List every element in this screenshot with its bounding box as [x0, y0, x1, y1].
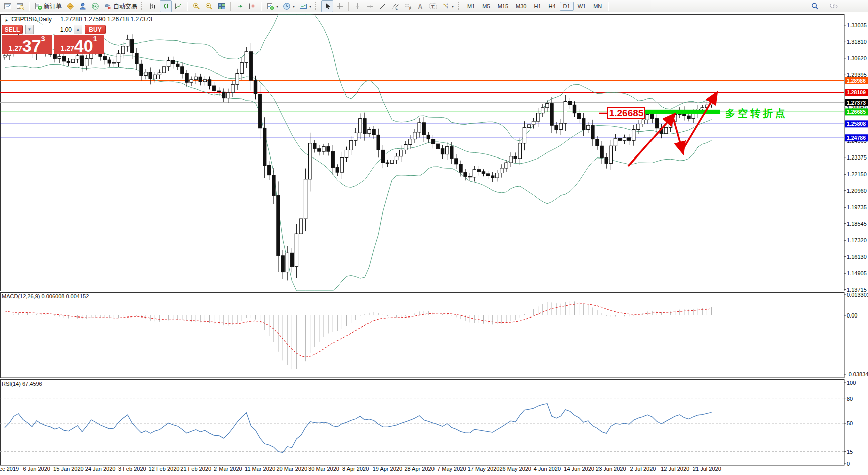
crosshair-button[interactable]: [334, 0, 346, 12]
svg-text:F: F: [409, 7, 411, 10]
signals-button[interactable]: [89, 0, 101, 12]
chevron-down-icon[interactable]: ▾: [309, 4, 311, 9]
svg-text:1.30620: 1.30620: [847, 55, 867, 61]
chart-shift-button[interactable]: [246, 0, 258, 12]
date-axis-label: 15 Jan 2020: [53, 466, 84, 472]
timeframe-mn-button[interactable]: MN: [590, 2, 605, 11]
buy-price-point: 1: [93, 35, 97, 42]
chart-shift-icon: [248, 2, 256, 10]
bar-chart-button[interactable]: [147, 0, 159, 12]
channel-button[interactable]: E: [389, 0, 401, 12]
price-axis-tag: 1.27373: [845, 99, 868, 106]
fibonacci-icon: F: [404, 2, 412, 10]
svg-text:1.28986: 1.28986: [847, 78, 866, 84]
support-zone-bar[interactable]: [645, 110, 720, 114]
zoom-out-button[interactable]: [203, 0, 215, 12]
buy-price-pips: 40: [74, 39, 93, 53]
price-axis-tag: 1.28986: [845, 77, 868, 84]
zoom-out-icon: [205, 2, 213, 10]
svg-text:-0.038343: -0.038343: [847, 371, 868, 377]
vline-button[interactable]: [352, 0, 364, 12]
profiles-button[interactable]: [14, 0, 26, 12]
sell-price-pips: 37: [22, 39, 41, 53]
label-button[interactable]: T: [427, 0, 439, 12]
toolbar-grip: [141, 2, 144, 10]
autotrading-button[interactable]: 自动交易: [102, 0, 139, 12]
timeframe-m5-button[interactable]: M5: [479, 2, 493, 11]
date-axis-label: 21 Jul 2020: [693, 466, 721, 472]
trend-arrow[interactable]: [682, 95, 715, 150]
svg-text:1.20960: 1.20960: [847, 188, 867, 194]
hline-button[interactable]: [364, 0, 376, 12]
sell-button[interactable]: SELL: [2, 25, 23, 34]
buy-price-panel[interactable]: 1.27 40 1: [54, 35, 104, 54]
line-chart-button[interactable]: [172, 0, 184, 12]
date-axis-label: 2 Jul 2020: [630, 466, 656, 472]
periods-button[interactable]: ▾: [281, 0, 297, 12]
timeframe-m15-button[interactable]: M15: [494, 2, 512, 11]
date-axis-label: 24 Jan 2020: [85, 466, 116, 472]
timeframe-h1-button[interactable]: H1: [530, 2, 544, 11]
svg-text:80: 80: [847, 396, 853, 402]
trendline-button[interactable]: [377, 0, 389, 12]
svg-text:1.28109: 1.28109: [847, 89, 866, 95]
templates-icon: [299, 2, 307, 10]
volume-input[interactable]: [34, 25, 74, 34]
price-axis-tag: 1.24786: [845, 134, 868, 141]
svg-text:1.27373: 1.27373: [847, 100, 866, 106]
timeframe-w1-button[interactable]: W1: [574, 2, 590, 11]
search-icon: [811, 2, 819, 10]
tile-windows-button[interactable]: [215, 0, 228, 12]
chevron-down-icon[interactable]: ▾: [293, 4, 295, 9]
new-chart-button[interactable]: [2, 0, 14, 12]
timeframe-m30-button[interactable]: M30: [512, 2, 530, 11]
sell-price-panel[interactable]: 1.27 37 3: [2, 35, 52, 54]
price-axis-tag: 1.25808: [845, 120, 868, 127]
buy-price-base: 1.27: [61, 45, 74, 52]
chevron-down-icon[interactable]: ▾: [276, 4, 278, 9]
candlestick-icon: [162, 2, 170, 10]
templates-button[interactable]: ▾: [297, 0, 313, 12]
chat-button[interactable]: [828, 0, 840, 12]
volume-increase-button[interactable]: ▲: [74, 25, 82, 34]
text-button[interactable]: A: [414, 0, 426, 12]
new-order-button[interactable]: 新订单: [32, 0, 64, 12]
shapes-button[interactable]: ▾: [440, 0, 456, 12]
svg-text:1.17320: 1.17320: [847, 237, 867, 243]
line-chart-icon: [174, 2, 182, 10]
zoom-in-button[interactable]: [190, 0, 202, 12]
market-icon: [79, 2, 87, 10]
timeframe-d1-button[interactable]: D1: [560, 2, 574, 11]
svg-text:0.013301: 0.013301: [847, 292, 868, 298]
new-order-label: 新订单: [44, 2, 62, 11]
svg-text:E: E: [396, 7, 398, 10]
chevron-down-icon[interactable]: ▾: [452, 4, 454, 9]
profiles-icon: [16, 2, 24, 10]
cursor-button[interactable]: [321, 0, 333, 12]
zone-annotation-text: 多空转折点: [725, 108, 788, 119]
date-axis-label: 2 Mar 2020: [214, 466, 242, 472]
auto-scroll-button[interactable]: [234, 0, 246, 12]
toolbar-separator: [261, 2, 262, 11]
autotrading-label: 自动交易: [113, 2, 137, 11]
buy-button[interactable]: BUY: [85, 25, 106, 34]
macd-signal-value: 0.004152: [66, 293, 89, 299]
candlestick-button[interactable]: [160, 0, 172, 12]
indicators-button[interactable]: ▾: [264, 0, 280, 12]
bollinger-band-line: [5, 15, 712, 141]
timeframe-m1-button[interactable]: M1: [464, 2, 478, 11]
autotrading-icon: [104, 2, 112, 10]
timeframe-h4-button[interactable]: H4: [545, 2, 559, 11]
metaeditor-button[interactable]: [64, 0, 76, 12]
chart-title: ▲ GBPUSD,Daily 1.27280 1.27590 1.26718 1…: [4, 16, 152, 23]
crosshair-icon: [336, 2, 344, 10]
fibonacci-button[interactable]: F: [402, 0, 414, 12]
chart-window: 1.330351.318101.306201.293951.269801.245…: [0, 12, 868, 475]
price-chart[interactable]: 1.330351.318101.306201.293951.269801.245…: [0, 12, 868, 475]
market-button[interactable]: [77, 0, 89, 12]
svg-text:0: 0: [847, 461, 850, 467]
search-button[interactable]: [809, 0, 821, 12]
date-axis-label: 4 Jun 2020: [534, 466, 561, 472]
volume-decrease-button[interactable]: ▼: [25, 25, 34, 34]
toolbar: 新订单自动交易▾▾▾EFAT▾M1M5M15M30H1H4D1W1MN: [0, 0, 868, 13]
